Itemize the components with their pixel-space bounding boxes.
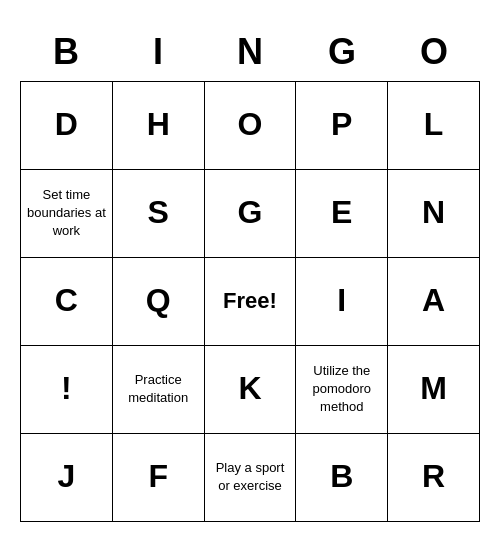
cell-content: F bbox=[148, 459, 168, 494]
cell-content: D bbox=[55, 107, 78, 142]
bingo-header: BINGO bbox=[20, 23, 480, 81]
bingo-cell-1-0: Set time boundaries at work bbox=[21, 170, 113, 258]
bingo-grid: DHOPLSet time boundaries at workSGENCQFr… bbox=[20, 81, 480, 522]
cell-content: M bbox=[420, 371, 447, 406]
bingo-cell-2-3: I bbox=[296, 258, 388, 346]
cell-content: O bbox=[238, 107, 263, 142]
bingo-cell-4-4: R bbox=[388, 434, 480, 522]
bingo-cell-1-1: S bbox=[113, 170, 205, 258]
cell-content: Play a sport or exercise bbox=[211, 459, 290, 495]
cell-content: S bbox=[148, 195, 169, 230]
cell-content: G bbox=[238, 195, 263, 230]
bingo-cell-2-1: Q bbox=[113, 258, 205, 346]
bingo-card: BINGO DHOPLSet time boundaries at workSG… bbox=[20, 23, 480, 522]
cell-content: Set time boundaries at work bbox=[27, 186, 106, 241]
bingo-cell-2-0: C bbox=[21, 258, 113, 346]
cell-content: H bbox=[147, 107, 170, 142]
bingo-cell-4-3: B bbox=[296, 434, 388, 522]
bingo-cell-2-4: A bbox=[388, 258, 480, 346]
cell-content: I bbox=[337, 283, 346, 318]
cell-content: J bbox=[58, 459, 76, 494]
cell-content: R bbox=[422, 459, 445, 494]
bingo-cell-3-4: M bbox=[388, 346, 480, 434]
cell-content: E bbox=[331, 195, 352, 230]
header-letter-N: N bbox=[204, 23, 296, 81]
cell-content: A bbox=[422, 283, 445, 318]
bingo-cell-4-0: J bbox=[21, 434, 113, 522]
bingo-cell-1-3: E bbox=[296, 170, 388, 258]
cell-content: Utilize the pomodoro method bbox=[302, 362, 381, 417]
bingo-cell-1-4: N bbox=[388, 170, 480, 258]
bingo-cell-4-2: Play a sport or exercise bbox=[205, 434, 297, 522]
header-letter-O: O bbox=[388, 23, 480, 81]
header-letter-I: I bbox=[112, 23, 204, 81]
bingo-cell-1-2: G bbox=[205, 170, 297, 258]
cell-content: B bbox=[330, 459, 353, 494]
bingo-cell-0-1: H bbox=[113, 82, 205, 170]
bingo-cell-0-3: P bbox=[296, 82, 388, 170]
cell-content: K bbox=[238, 371, 261, 406]
bingo-cell-3-3: Utilize the pomodoro method bbox=[296, 346, 388, 434]
cell-content: P bbox=[331, 107, 352, 142]
bingo-cell-3-0: ! bbox=[21, 346, 113, 434]
cell-content: Free! bbox=[223, 288, 277, 314]
cell-content: ! bbox=[61, 371, 72, 406]
bingo-cell-0-4: L bbox=[388, 82, 480, 170]
header-letter-G: G bbox=[296, 23, 388, 81]
cell-content: L bbox=[424, 107, 444, 142]
cell-content: Q bbox=[146, 283, 171, 318]
bingo-cell-0-2: O bbox=[205, 82, 297, 170]
bingo-cell-2-2: Free! bbox=[205, 258, 297, 346]
bingo-cell-3-1: Practice meditation bbox=[113, 346, 205, 434]
bingo-cell-0-0: D bbox=[21, 82, 113, 170]
cell-content: N bbox=[422, 195, 445, 230]
cell-content: Practice meditation bbox=[119, 371, 198, 407]
cell-content: C bbox=[55, 283, 78, 318]
bingo-cell-4-1: F bbox=[113, 434, 205, 522]
bingo-cell-3-2: K bbox=[205, 346, 297, 434]
header-letter-B: B bbox=[20, 23, 112, 81]
